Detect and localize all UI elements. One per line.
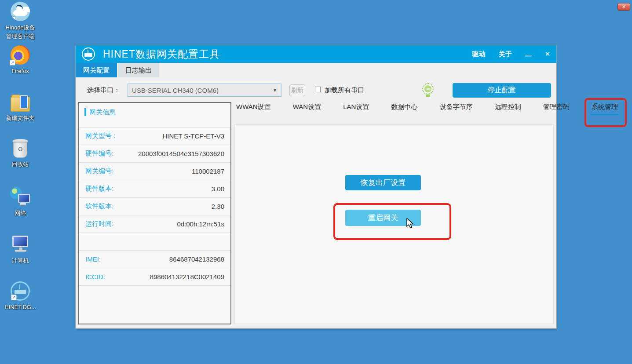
info-row-hw-version: 硬件版本: 3.00 (79, 180, 230, 198)
driver-menu-item[interactable]: 驱动 (472, 50, 485, 58)
recycle-symbol-icon: ♻ (14, 146, 27, 153)
info-row-model: 网关型号 : HINET S-TCP-ET-V3 (79, 127, 230, 145)
tab-system-management[interactable]: 系统管理 (592, 103, 618, 115)
network-globe-icon (10, 187, 30, 207)
minimize-button[interactable]: — (525, 52, 531, 59)
about-menu-item[interactable]: 关于 (498, 50, 511, 58)
desktop-icon-computer[interactable]: 计算机 (0, 235, 40, 265)
gateway-info-panel: 网关信息 网关型号 : HINET S-TCP-ET-V3 硬件编号: 2000… (78, 102, 231, 324)
shortcut-arrow-icon: ↗ (11, 16, 15, 21)
hinode-cloud-icon: ↗ (11, 2, 30, 21)
shortcut-arrow-icon: ↗ (10, 60, 15, 66)
tab-admin-password[interactable]: 管理密码 (543, 103, 570, 115)
gateway-info-title: 网关信息 (89, 108, 116, 116)
status-bulb-icon (422, 83, 435, 97)
load-all-ports-checkbox[interactable] (315, 87, 321, 92)
info-row-sw-version: 软件版本: 2.30 (79, 198, 230, 215)
serial-port-label: 选择串口： (87, 86, 120, 95)
factory-reset-button[interactable]: 恢复出厂设置 (345, 175, 421, 190)
recycle-bin-icon: ♻ (13, 140, 27, 158)
router-circle-icon: ↗ (11, 281, 30, 301)
document-icon (20, 95, 28, 109)
restart-gateway-button[interactable]: 重启网关 (345, 210, 421, 226)
firefox-icon: ↗ (11, 45, 30, 65)
desktop-icon-label: 网络 (15, 209, 26, 218)
desktop-icon-recycle-bin[interactable]: ♻ 回收站 (0, 138, 40, 169)
serial-port-select[interactable]: USB-SERIAL CH340 (COM6) ▼ (128, 84, 281, 97)
gateway-info-header: 网关信息 (79, 103, 230, 127)
window-content: 选择串口： USB-SERIAL CH340 (COM6) ▼ 刷新 加载所有串… (76, 77, 556, 328)
accent-bar (84, 108, 86, 116)
remote-close-button[interactable]: ✕ (617, 3, 630, 11)
desktop-icon-firefox[interactable]: ↗ Firefox (0, 45, 40, 76)
desktop-icon-label: HINET.DG... (4, 303, 36, 312)
desktop-icon-label: 计算机 (12, 256, 29, 265)
main-tab-bar: 网关配置 日志输出 (76, 63, 556, 77)
close-button[interactable]: ✕ (544, 50, 550, 58)
info-row-iccid: ICCID: 898604132218C0021409 (79, 268, 230, 286)
tab-wan-settings[interactable]: WAN设置 (293, 103, 321, 115)
info-row-uptime: 运行时间: 0d:00h:12m:51s (79, 215, 230, 233)
info-row-gateway-id: 网关编号: 110002187 (79, 163, 230, 180)
tab-gateway-config[interactable]: 网关配置 (76, 63, 117, 77)
stop-config-button[interactable]: 停止配置 (453, 83, 551, 98)
folder-icon (11, 97, 30, 112)
red-annotation-box-tab (585, 98, 627, 127)
monitor-icon (18, 194, 30, 203)
desktop-icon-label: Hinode设备 管理客户端 (5, 23, 35, 40)
info-row-imei: IMEI: 864687042132968 (79, 251, 230, 268)
tab-wwan-settings[interactable]: WWAN设置 (236, 103, 271, 115)
tab-log-output[interactable]: 日志输出 (118, 63, 159, 77)
desktop-icon-label: 回收站 (12, 160, 29, 169)
chevron-down-icon: ▼ (273, 88, 277, 93)
shortcut-arrow-icon: ↗ (11, 295, 17, 300)
desktop-icon-network[interactable]: 网络 (0, 187, 40, 218)
computer-monitor-icon (11, 235, 29, 254)
desktop-icon-new-folder[interactable]: 新建文件夹 (0, 93, 40, 123)
refresh-button[interactable]: 刷新 (289, 84, 305, 96)
router-logo-icon (82, 47, 95, 61)
tab-byte-order[interactable]: 设备字节序 (440, 103, 473, 115)
info-row-hardware-id: 硬件编号: 20003f0014504e3157303620 (79, 145, 230, 163)
load-all-ports-label: 加载所有串口 (325, 86, 364, 95)
serial-port-value: USB-SERIAL CH340 (COM6) (132, 87, 219, 94)
tab-data-center[interactable]: 数据中心 (391, 103, 418, 115)
info-row-empty (79, 233, 230, 251)
desktop-icon-label: Firefox (11, 67, 29, 76)
desktop-icon-hinet-dg[interactable]: ↗ HINET.DG... (0, 281, 40, 312)
tab-remote-control[interactable]: 远程控制 (495, 103, 521, 115)
desktop-icon-hinode-client[interactable]: ↗ Hinode设备 管理客户端 (0, 2, 40, 40)
window-title: HINET数据网关配置工具 (103, 47, 220, 61)
desktop-icon-label: 新建文件夹 (6, 114, 35, 123)
tab-lan-settings[interactable]: LAN设置 (343, 103, 369, 115)
settings-tab-bar: WWAN设置 WAN设置 LAN设置 数据中心 设备字节序 远程控制 管理密码 … (236, 103, 618, 115)
window-titlebar: HINET数据网关配置工具 驱动 关于 — ✕ (76, 45, 556, 63)
hinet-config-window: HINET数据网关配置工具 驱动 关于 — ✕ 网关配置 日志输出 选择串口： … (76, 45, 556, 328)
